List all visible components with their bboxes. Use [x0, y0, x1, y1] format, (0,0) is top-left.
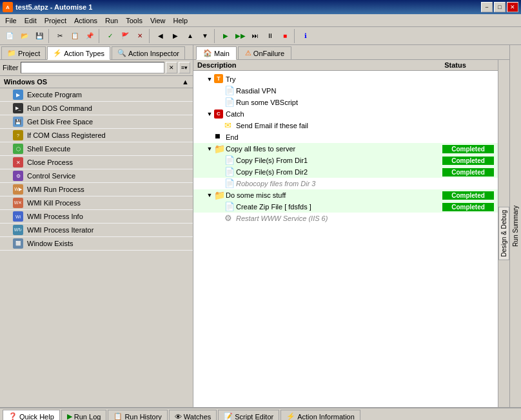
- action-wmi-process-info[interactable]: Wi WMI Process Info: [0, 210, 193, 224]
- action-disk-space[interactable]: 💾 Get Disk Free Space: [0, 115, 193, 129]
- tree-item-rasdial[interactable]: ▶ 📄 Rasdial VPN: [193, 85, 498, 97]
- tree-item-www[interactable]: ▶ ⚙ Restart WWW Service (IIS 6): [193, 213, 498, 224]
- tab-project[interactable]: 📁 Project: [1, 46, 46, 59]
- expand-misc[interactable]: ▼: [205, 191, 214, 200]
- tb-new[interactable]: 📄: [3, 29, 17, 43]
- bottom-section: ❓ Quick Help ▶ Run Log 📋 Run History 👁 W…: [0, 407, 521, 420]
- tab-action-inspector[interactable]: 🔍 Action Inspector: [112, 46, 185, 59]
- menu-help[interactable]: Help: [170, 15, 192, 26]
- disk-icon: 💾: [13, 117, 23, 127]
- tab-run-history[interactable]: 📋 Run History: [108, 410, 167, 420]
- design-debug-label[interactable]: Design & Debug: [498, 207, 509, 260]
- wmi-info-icon: Wi: [13, 211, 23, 222]
- action-wmi-run[interactable]: W▶ WMI Run Process: [0, 183, 193, 196]
- action-close-process[interactable]: ✕ Close Process: [0, 156, 193, 169]
- action-list: ▶ Execute Program ▶_ Run DOS Command 💾 G…: [0, 88, 193, 402]
- action-info-icon: ⚡: [286, 412, 295, 420]
- tree-item-copy-dir2[interactable]: ▶ 📄 Copy File(s) From Dir2 Completed: [193, 166, 498, 178]
- tab-watches[interactable]: 👁 Watches: [169, 410, 217, 420]
- menu-edit[interactable]: Edit: [21, 15, 41, 26]
- tree-item-end[interactable]: ▶ ⏹ End: [193, 131, 498, 143]
- run-summary-label[interactable]: Run Summary: [511, 203, 520, 249]
- run-summary-sidebar: Run Summary: [509, 45, 521, 407]
- tb-x[interactable]: ✕: [133, 29, 147, 43]
- tree-label-email: Send Email if these fail: [236, 122, 426, 129]
- tree-item-email[interactable]: ▶ ✉ Send Email if these fail: [193, 120, 498, 131]
- tb-arrow-down[interactable]: ▼: [198, 29, 212, 43]
- folder-icon: 📁: [7, 49, 16, 57]
- tree-item-copy-dir1[interactable]: ▶ 📄 Copy File(s) From Dir1 Completed: [193, 155, 498, 166]
- tb-arrow-right[interactable]: ▶: [168, 29, 182, 43]
- tree-item-copy-server[interactable]: ▼ 📁 Copy all files to server Completed: [193, 143, 498, 155]
- tree-item-catch[interactable]: ▼ C Catch: [193, 108, 498, 120]
- action-control-service[interactable]: ⚙ Control Service: [0, 169, 193, 183]
- main-tab-icon: 🏠: [203, 49, 212, 57]
- service-icon: ⚙: [13, 171, 23, 181]
- action-category-windows-os[interactable]: Windows OS ▲: [0, 76, 193, 88]
- close-process-icon: ✕: [13, 157, 23, 167]
- tab-script-editor[interactable]: 📝 Script Editor: [218, 410, 279, 420]
- action-window-exists[interactable]: ⬜ Window Exists: [0, 237, 193, 251]
- tab-action-info[interactable]: ⚡ Action Information: [280, 410, 360, 420]
- tb-save[interactable]: 💾: [32, 29, 46, 43]
- tb-play[interactable]: ▶: [219, 29, 233, 43]
- action-execute-program[interactable]: ▶ Execute Program: [0, 88, 193, 102]
- tree-label-dir1: Copy File(s) From Dir1: [236, 157, 426, 164]
- tb-arrow-up[interactable]: ▲: [183, 29, 197, 43]
- tb-open[interactable]: 📂: [17, 29, 32, 43]
- tb-sep2: [99, 29, 101, 43]
- tb-cut[interactable]: ✂: [53, 29, 67, 43]
- vbscript-icon: 📄: [224, 97, 235, 108]
- maximize-button[interactable]: □: [494, 2, 506, 12]
- tb-arrow-left[interactable]: ◀: [153, 29, 168, 43]
- tree-item-misc[interactable]: ▼ 📁 Do some misc stuff Completed: [193, 189, 498, 201]
- dir1-icon: 📄: [224, 155, 235, 166]
- tab-quick-help[interactable]: ❓ Quick Help: [3, 410, 60, 420]
- filter-clear-button[interactable]: ✕: [166, 62, 177, 73]
- collapse-icon: ▲: [182, 78, 189, 86]
- action-run-dos[interactable]: ▶_ Run DOS Command: [0, 102, 193, 115]
- tb-pause[interactable]: ⏸: [263, 29, 277, 43]
- menu-tools[interactable]: Tools: [122, 15, 146, 26]
- tab-onfailure[interactable]: ⚠ OnFailure: [238, 46, 291, 59]
- tree-label-robocopy: Robocopy files from Dir 3: [236, 180, 426, 187]
- tree-col-status: Status: [417, 61, 494, 69]
- tab-action-types[interactable]: ⚡ Action Types: [47, 46, 110, 60]
- tree-item-try[interactable]: ▼ T Try: [193, 73, 498, 85]
- tb-info[interactable]: ℹ: [299, 29, 313, 43]
- menu-project[interactable]: Project: [41, 15, 70, 26]
- tb-stop[interactable]: ■: [278, 29, 292, 43]
- action-com-class[interactable]: ? If COM Class Registered: [0, 129, 193, 142]
- tb-copy[interactable]: 📋: [68, 29, 82, 43]
- tab-main[interactable]: 🏠 Main: [196, 46, 237, 60]
- expand-try[interactable]: ▼: [205, 75, 214, 84]
- action-wmi-kill[interactable]: W✕ WMI Kill Process: [0, 196, 193, 210]
- tree-header: Description Status: [193, 60, 498, 71]
- menu-view[interactable]: View: [146, 15, 170, 26]
- menu-actions[interactable]: Actions: [70, 15, 101, 26]
- close-button[interactable]: ✕: [507, 2, 518, 12]
- expand-copy-server[interactable]: ▼: [205, 144, 214, 153]
- catch-icon: C: [214, 109, 224, 119]
- shell-icon: ⬡: [13, 144, 23, 154]
- tree-item-zip[interactable]: ▶ 📄 Create Zip File [ fdsfds ] Completed: [193, 201, 498, 213]
- filter-bar: Filter ✕ ≡▾: [0, 60, 193, 76]
- tb-step[interactable]: ⏭: [248, 29, 262, 43]
- menu-run[interactable]: Run: [101, 15, 122, 26]
- tb-flag[interactable]: 🚩: [118, 29, 132, 43]
- tb-play2[interactable]: ▶▶: [233, 29, 248, 43]
- tree-item-vbscript[interactable]: ▶ 📄 Run some VBScript: [193, 97, 498, 108]
- action-shell-execute[interactable]: ⬡ Shell Execute: [0, 142, 193, 156]
- tb-paste[interactable]: 📌: [83, 29, 97, 43]
- filter-options-button[interactable]: ≡▾: [179, 62, 190, 73]
- tab-run-log[interactable]: ▶ Run Log: [61, 410, 107, 420]
- tb-check[interactable]: ✓: [103, 29, 117, 43]
- tree-item-robocopy[interactable]: ▶ 📄 Robocopy files from Dir 3: [193, 178, 498, 189]
- menu-file[interactable]: File: [1, 15, 21, 26]
- script-icon: 📝: [224, 412, 233, 420]
- action-wmi-iterator[interactable]: W↻ WMI Process Iterator: [0, 224, 193, 237]
- minimize-button[interactable]: −: [481, 2, 493, 12]
- filter-input[interactable]: [21, 62, 164, 73]
- expand-catch[interactable]: ▼: [205, 110, 214, 119]
- bottom-tabs: ❓ Quick Help ▶ Run Log 📋 Run History 👁 W…: [0, 408, 521, 420]
